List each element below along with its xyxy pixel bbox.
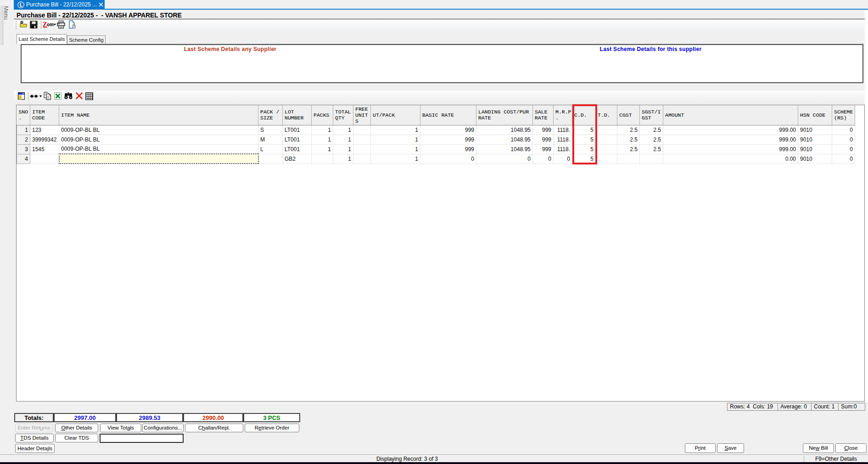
svg-text:om: om <box>47 22 54 27</box>
svg-text:Z: Z <box>43 21 47 28</box>
